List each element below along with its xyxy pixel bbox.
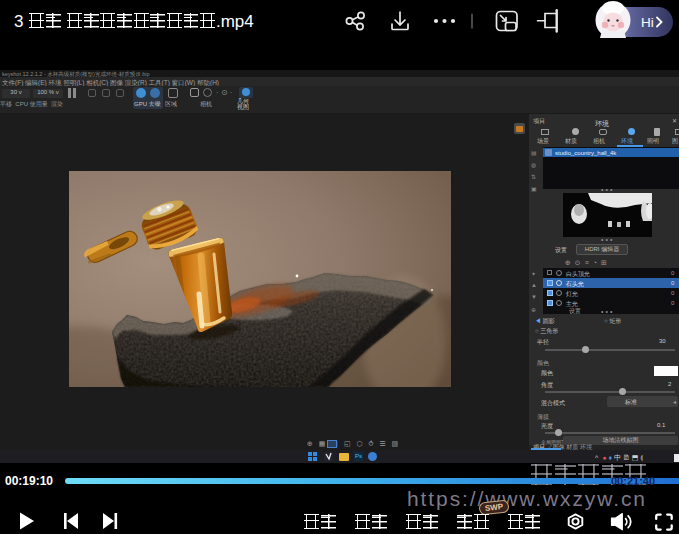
svg-text:Hi: Hi <box>641 15 654 30</box>
